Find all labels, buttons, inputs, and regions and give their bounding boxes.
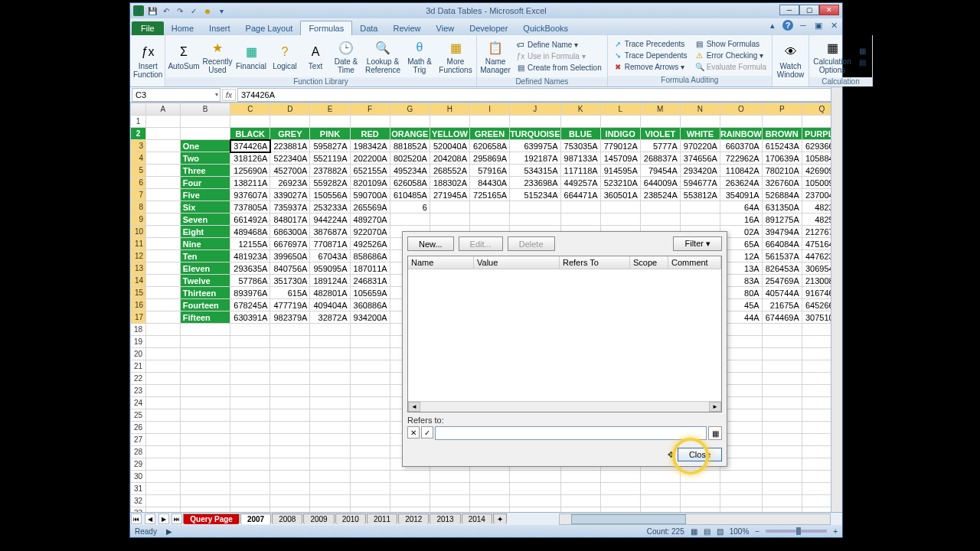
cell[interactable]: 523210A — [600, 177, 640, 189]
view-break-icon[interactable]: ▧ — [717, 527, 724, 536]
cell[interactable] — [560, 214, 600, 226]
cell[interactable] — [230, 446, 270, 458]
cell[interactable] — [180, 409, 230, 422]
cell[interactable]: 630391A — [230, 311, 270, 324]
data-header[interactable]: INDIGO — [600, 128, 640, 140]
cell[interactable] — [230, 409, 270, 422]
cell[interactable]: 722962A — [720, 152, 762, 165]
cell[interactable]: 246831A — [350, 275, 390, 287]
cell[interactable] — [640, 471, 680, 483]
cell[interactable]: 987133A — [560, 152, 600, 165]
cell[interactable] — [146, 483, 181, 495]
cell[interactable] — [430, 483, 469, 495]
refers-to-input[interactable] — [435, 426, 707, 440]
data-header[interactable]: BROWN — [762, 128, 802, 140]
cell[interactable] — [146, 397, 181, 409]
cell[interactable] — [350, 324, 390, 336]
cell[interactable]: 644009A — [640, 177, 680, 189]
cell[interactable] — [560, 495, 600, 507]
cell[interactable] — [350, 360, 390, 373]
macro-icon[interactable]: ▶ — [166, 527, 172, 536]
cell[interactable]: 667697A — [270, 238, 310, 250]
row-header[interactable]: 4 — [131, 152, 146, 165]
cell[interactable]: 626058A — [390, 177, 430, 189]
cell[interactable]: 138211A — [230, 177, 270, 189]
cell[interactable]: 5777A — [640, 140, 680, 152]
data-header[interactable]: ORANGE — [390, 128, 430, 140]
cell[interactable] — [310, 385, 350, 397]
col-header[interactable]: D — [270, 103, 310, 116]
cell[interactable]: 233698A — [510, 177, 560, 189]
cell[interactable] — [146, 373, 181, 385]
cell[interactable]: 481923A — [230, 250, 270, 262]
cell[interactable] — [600, 201, 640, 214]
row-header[interactable]: 18 — [131, 324, 146, 336]
cell[interactable]: 374656A — [680, 152, 720, 165]
cell[interactable] — [350, 471, 390, 483]
cell[interactable]: 360501A — [600, 189, 640, 201]
autosum-button[interactable]: ΣAutoSum — [167, 41, 201, 72]
cell[interactable]: 674469A — [762, 311, 802, 324]
col-comment[interactable]: Comment — [668, 256, 721, 269]
cell[interactable] — [270, 495, 310, 507]
cell[interactable] — [762, 116, 802, 128]
cell[interactable]: 150556A — [310, 189, 350, 201]
cell[interactable] — [310, 471, 350, 483]
cell[interactable] — [146, 422, 181, 434]
cell[interactable]: 520040A — [430, 140, 469, 152]
cell[interactable] — [270, 373, 310, 385]
new-name-button[interactable]: New... — [407, 236, 454, 251]
datetime-button[interactable]: 🕒Date & Time — [329, 37, 363, 76]
error-checking-button[interactable]: ⚠Error Checking ▾ — [693, 51, 769, 61]
cell[interactable] — [180, 458, 230, 471]
cell[interactable]: 959095A — [310, 262, 350, 275]
qat-icon[interactable]: ☻ — [202, 5, 213, 16]
cell[interactable] — [430, 201, 469, 214]
more-functions-button[interactable]: ▦More Functions — [436, 37, 475, 76]
row-header[interactable]: 17 — [131, 311, 146, 324]
cell[interactable]: 394794A — [762, 226, 802, 238]
cell[interactable]: 753035A — [560, 140, 600, 152]
cell[interactable] — [310, 495, 350, 507]
cell[interactable]: 449257A — [560, 177, 600, 189]
cell[interactable]: 922070A — [350, 226, 390, 238]
row-label[interactable]: Eleven — [180, 262, 230, 275]
cell[interactable]: 265569A — [350, 201, 390, 214]
cell[interactable] — [310, 360, 350, 373]
cell[interactable] — [310, 116, 350, 128]
col-header[interactable]: B — [180, 103, 230, 116]
sheet-2014[interactable]: 2014 — [462, 514, 492, 524]
col-header[interactable]: L — [600, 103, 640, 116]
data-header[interactable]: GREEN — [470, 128, 510, 140]
trace-precedents-button[interactable]: ➚Trace Precedents — [611, 39, 690, 50]
save-icon[interactable]: 💾 — [147, 5, 158, 16]
cell[interactable]: 526884A — [762, 189, 802, 201]
cell[interactable] — [510, 495, 560, 507]
data-header[interactable]: PINK — [310, 128, 350, 140]
row-header[interactable]: 26 — [131, 422, 146, 434]
cell[interactable] — [430, 495, 469, 507]
cell[interactable]: 188302A — [430, 177, 469, 189]
cell[interactable]: 374426A — [230, 140, 270, 152]
col-header[interactable]: N — [680, 103, 720, 116]
cell[interactable]: 187011A — [350, 262, 390, 275]
recently-used-button[interactable]: ★Recently Used — [201, 37, 234, 76]
cell[interactable] — [350, 348, 390, 360]
cell[interactable] — [310, 483, 350, 495]
cell[interactable] — [430, 116, 469, 128]
cell[interactable] — [310, 373, 350, 385]
row-header[interactable]: 20 — [131, 348, 146, 360]
cell[interactable]: 594677A — [680, 177, 720, 189]
cell[interactable]: 492526A — [350, 238, 390, 250]
row-header[interactable]: 15 — [131, 287, 146, 299]
col-value[interactable]: Value — [474, 256, 560, 269]
cell[interactable]: 110842A — [720, 165, 762, 177]
cell[interactable] — [720, 495, 762, 507]
cell[interactable] — [350, 483, 390, 495]
cell[interactable]: 686300A — [270, 226, 310, 238]
col-header[interactable]: I — [470, 103, 510, 116]
cell[interactable] — [390, 483, 430, 495]
sheet-2009[interactable]: 2009 — [303, 514, 334, 524]
cell[interactable]: 610485A — [390, 189, 430, 201]
cell[interactable]: 202200A — [350, 152, 390, 165]
